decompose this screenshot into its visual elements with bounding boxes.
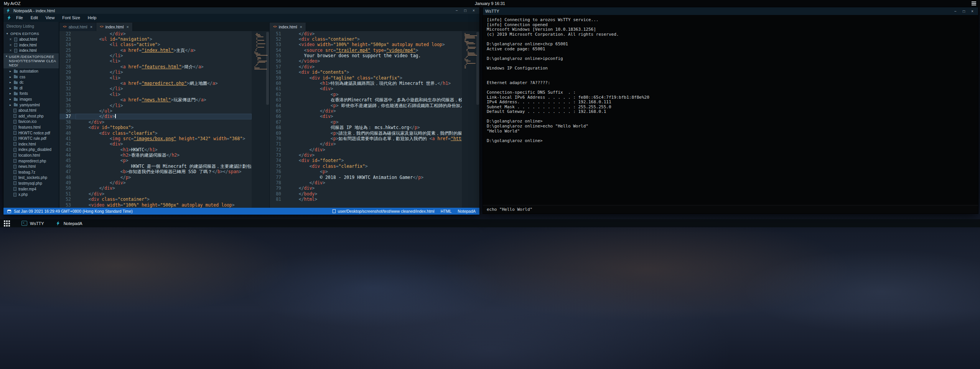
code-line[interactable]: <div> [76,141,252,147]
editor-tab[interactable]: <>index.html× [270,23,306,31]
menu-file[interactable]: File [13,15,26,21]
code-line[interactable]: <p> [286,92,462,97]
code-line[interactable]: <p> [76,158,252,163]
code-area[interactable]: </div> <ul id="navigation"> <li class="a… [76,31,252,208]
code-line[interactable]: </div> [286,180,462,185]
editor-pane[interactable]: 5152535455565758596061626364656667686970… [270,31,479,208]
code-line[interactable]: <li> [76,92,252,97]
code-line[interactable]: <p> [286,119,462,125]
tree-folder-item[interactable]: ▸autostation [3,68,59,74]
menu-help[interactable]: Help [84,15,100,21]
code-line[interactable]: <li> [76,75,252,81]
code-line[interactable]: <video width="100%" height="500px" autop… [76,202,252,208]
code-line[interactable]: <li> [76,58,252,64]
code-line[interactable]: Your browser does not support the video … [286,53,462,58]
tree-file-item[interactable]: location.html [3,152,59,158]
taskbar-item-notepada[interactable]: NotepadA [56,221,82,226]
tree-file-item[interactable]: testmysql.php [3,180,59,186]
close-file-icon[interactable]: × [9,43,12,47]
code-area[interactable]: </div> <div class="container"> <video wi… [286,31,462,208]
code-line[interactable]: <a href="index.html">主頁</a> [76,48,252,53]
code-line[interactable]: <a href="features.html">簡介</a> [76,64,252,69]
tree-file-item[interactable]: favicon.ico [3,119,59,125]
menu-edit[interactable]: Edit [27,15,41,21]
editor-tab[interactable]: <>about.html× [59,23,96,31]
code-line[interactable]: </li> [76,103,252,108]
code-line[interactable]: <div> [286,86,462,91]
open-editor-item[interactable]: ×index.html [3,48,59,54]
tree-file-item[interactable]: HKWTC notice.pdf [3,130,59,136]
minimize-button[interactable]: − [952,8,959,14]
terminal-output[interactable]: [info] Connecting to arozos WsTTY servic… [483,15,978,205]
code-line[interactable]: </div> [286,152,462,158]
code-line[interactable]: </div> [76,119,252,125]
tree-file-item[interactable]: news.html [3,164,59,169]
code-line[interactable]: </div> [76,114,252,119]
code-line[interactable]: <div id="contents"> [286,69,462,75]
code-line[interactable]: </li> [76,53,252,58]
code-line[interactable]: <div class="container"> [76,197,252,202]
minimap[interactable] [252,31,269,208]
tree-folder-item[interactable]: ▸fonts [3,91,59,97]
code-line[interactable]: <p>如有問題或需要申請白名單，歡迎加入我們的 <a href="https:/… [286,136,462,141]
code-line[interactable]: <p>請注意，我們的伺服器為確保玩家及遊玩時的質素，我們對的服務開放 [286,131,462,136]
code-line[interactable]: <div class="clearfix"> [286,164,462,169]
code-line[interactable]: <div class="clearfix"> [76,131,252,136]
close-file-icon[interactable]: × [9,48,12,53]
maximize-button[interactable]: □ [960,8,967,14]
code-line[interactable]: <div class="container"> [286,36,462,42]
code-line[interactable]: <div> [286,114,462,119]
code-line[interactable]: </li> [76,69,252,75]
open-editors-header[interactable]: ▾ OPEN EDITORS [3,30,59,37]
maximize-button[interactable]: □ [462,8,469,13]
code-line[interactable]: </div> [286,108,462,114]
tree-file-item[interactable]: add_vhost.php [3,113,59,119]
editor-tab[interactable]: <>index.html× [96,23,133,31]
close-button[interactable]: × [470,8,477,13]
menu-font-size[interactable]: Font Size [59,15,83,21]
taskbar-item-wstty[interactable]: >_ WsTTY [21,221,44,226]
code-line[interactable]: </div> [286,31,462,36]
tree-folder-item[interactable]: ▸dl [3,85,59,91]
workspace-root[interactable]: ▾ USER:/DESKTOP/SCREENSHOT/TEST/WWW CLEA… [3,53,59,68]
notepad-titlebar[interactable]: NotepadA - index.html − □ × [3,7,479,14]
tree-file-item[interactable]: test_sockets.php [3,175,59,181]
code-line[interactable]: <source src="trailer.mp4" type="video/mp… [286,48,462,53]
tree-file-item[interactable]: index.html [3,141,59,147]
close-file-icon[interactable]: × [9,37,12,41]
code-line[interactable]: <p> 即使你不是建築師，你也能透過紅石師或鐵路工程師的身份加入我 [286,103,462,108]
wstty-titlebar[interactable]: WsTTY − □ × [483,7,978,15]
tree-folder-item[interactable]: ▸yamiyamlml [3,102,59,108]
code-line[interactable]: 在香港的Minecraft 伺服器中，多為小遊戲和純生存的伺服器，較少擁有 [286,97,462,103]
tree-file-item[interactable]: teabag.7z [3,169,59,175]
tab-close-icon[interactable]: × [90,25,92,29]
code-line[interactable]: <img src="images/box.png" height="342" w… [76,136,252,141]
code-line[interactable]: </p> [76,175,252,180]
status-filepath[interactable]: user/Desktop/screenshot/test/www cleaned… [338,209,435,213]
code-line[interactable]: </div> [76,31,252,36]
tree-file-item[interactable]: features.html [3,124,59,130]
tree-folder-item[interactable]: ▸dc [3,79,59,85]
status-language[interactable]: HTML [441,209,452,213]
code-line[interactable]: <li class="active"> [76,42,252,47]
code-line[interactable]: <h1>特別為建築及鐵路而設，現代化的 Minecraft 世界.</h1> [286,81,462,86]
code-line[interactable]: </div> [286,147,462,152]
terminal-input[interactable]: echo "Hello World" [483,205,978,213]
code-line[interactable]: © 2018 - 2019 HKWTC Animation Gamer</p> [286,175,462,180]
code-line[interactable]: <p> [286,169,462,174]
tree-file-item[interactable]: index.php_disabled [3,147,59,153]
close-button[interactable]: × [969,8,976,14]
tab-close-icon[interactable]: × [300,25,302,29]
code-line[interactable]: </div> [76,185,252,191]
scrollbar-thumb[interactable] [266,32,269,105]
code-line[interactable]: </li> [76,86,252,91]
code-line[interactable]: 伺服器 IP 地址為： mcs.hkwtc.org</p> [286,125,462,130]
code-line[interactable]: <ul id="navigation"> [76,36,252,42]
code-line[interactable]: <h1>HKWTC</h1> [76,147,252,152]
tree-file-item[interactable]: trailer.mp4 [3,186,59,192]
code-line[interactable]: <video width="100%" height="500px" autop… [286,42,462,47]
scrollbar-thumb[interactable] [476,32,479,105]
code-line[interactable]: </div> [76,191,252,197]
tab-close-icon[interactable]: × [127,25,129,29]
minimize-button[interactable]: − [453,8,460,13]
